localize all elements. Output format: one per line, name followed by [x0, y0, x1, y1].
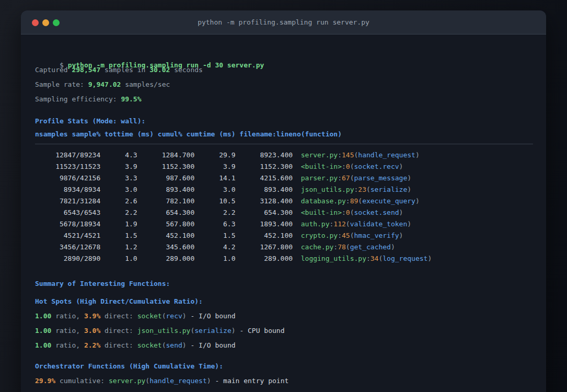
stats-title: Profile Stats (Mode: wall): [35, 114, 533, 129]
hot-spot-module: json_utils.py [137, 327, 191, 335]
maximize-button[interactable] [53, 19, 60, 26]
row-lineno: 89 [350, 197, 358, 205]
table-row: 12847/89234 4.3 1284.700 29.9 8923.400 s… [35, 149, 533, 161]
command-line: $ python -m profiling.sampling run -d 30… [35, 43, 533, 58]
table-row: 11523/11523 3.9 1152.300 3.9 1152.300 <b… [35, 161, 533, 172]
row-filename: crypto.py [301, 232, 338, 239]
terminal-content[interactable]: $ python -m profiling.sampling run -d 30… [21, 34, 546, 392]
row-function: socket.recv [354, 163, 399, 170]
table-row: 7821/31284 2.6 782.100 10.5 3128.400 dat… [35, 195, 533, 207]
title-bar: python -m profiling.sampling run server.… [21, 10, 546, 34]
hot-spot-percent: 2.2% [84, 341, 100, 349]
hot-spot-line: 1.00 ratio, 2.2% direct: socket(send) - … [35, 338, 533, 353]
orchestrator-list: 29.9% cumulative: server.py(handle_reque… [35, 374, 533, 392]
row-filename: logging_utils.py [301, 255, 366, 262]
row-filename: database.py [301, 197, 346, 205]
row-metrics: 12847/89234 4.3 1284.700 29.9 8923.400 [35, 151, 301, 159]
traffic-lights [32, 10, 60, 34]
info-line: Sample rate: 9,947.02 samples/sec [35, 77, 533, 92]
row-filename: cache.py [301, 243, 334, 251]
row-function: validate_token [350, 220, 408, 228]
row-metrics: 8934/8934 3.0 893.400 3.0 893.400 [35, 186, 301, 193]
row-filename: json_utils.py [301, 186, 354, 193]
row-filename: <built-in> [301, 209, 342, 216]
hot-spot-ratio: 1.00 [35, 312, 51, 320]
hot-spot-function: send [166, 341, 182, 349]
hot-spot-percent: 3.0% [84, 327, 100, 335]
hot-spot-line: 1.00 ratio, 3.9% direct: socket(recv) - … [35, 309, 533, 324]
row-metrics: 11523/11523 3.9 1152.300 3.9 1152.300 [35, 163, 301, 170]
hot-spot-function: serialize [194, 327, 231, 335]
row-filename: parser.py [301, 174, 338, 182]
hot-spot-module: socket [137, 312, 162, 320]
hot-spot-note: - CPU bound [236, 327, 285, 335]
close-button[interactable] [32, 19, 39, 26]
orchestrator-title: Orchestrator Functions (High Cumulative … [35, 359, 533, 374]
row-metrics: 5678/18934 1.9 567.800 6.3 1893.400 [35, 220, 301, 228]
row-metrics: 7821/31284 2.6 782.100 10.5 3128.400 [35, 197, 301, 205]
info-line: Sampling efficiency: 99.5% [35, 92, 533, 107]
row-function: socket.send [354, 209, 399, 216]
row-function: log_request [383, 255, 427, 262]
hot-spot-ratio: 1.00 [35, 327, 51, 335]
hot-spot-line: 1.00 ratio, 3.0% direct: json_utils.py(s… [35, 324, 533, 338]
row-function: execute_query [362, 197, 415, 205]
summary-title: Summary of Interesting Functions: [35, 276, 533, 291]
row-function: hmac_verify [354, 232, 399, 239]
hot-spot-module: socket [137, 341, 162, 349]
table-row: 3456/12678 1.2 345.600 4.2 1267.800 cach… [35, 241, 533, 253]
row-lineno: 34 [371, 255, 379, 262]
row-filename: <built-in> [301, 163, 342, 170]
hot-spots-list: 1.00 ratio, 3.9% direct: socket(recv) - … [35, 309, 533, 353]
row-lineno: 23 [358, 186, 366, 193]
table-row: 5678/18934 1.9 567.800 6.3 1893.400 auth… [35, 218, 533, 230]
row-metrics: 3456/12678 1.2 345.600 4.2 1267.800 [35, 243, 301, 251]
row-lineno: 145 [342, 151, 354, 159]
row-lineno: 0 [346, 163, 350, 170]
table-divider [35, 144, 533, 144]
row-metrics: 9876/42156 3.3 987.600 14.1 4215.600 [35, 174, 301, 182]
hot-spot-function: recv [166, 312, 182, 320]
window-title: python -m profiling.sampling run server.… [198, 18, 369, 26]
orchestrator-function: handle_request [149, 377, 207, 385]
row-metrics: 6543/6543 2.2 654.300 2.2 654.300 [35, 209, 301, 216]
table-row: 9876/42156 3.3 987.600 14.1 4215.600 par… [35, 172, 533, 184]
minimize-button[interactable] [42, 19, 49, 26]
orchestrator-percent: 29.9% [35, 377, 55, 385]
info-line: Captured 298,547 samples in 30.02 second… [35, 63, 533, 77]
capture-info: Captured 298,547 samples in 30.02 second… [35, 63, 533, 107]
row-lineno: 45 [342, 232, 350, 239]
hot-spots-title: Hot Spots (High Direct/Cumulative Ratio)… [35, 294, 533, 309]
row-function: parse_message [354, 174, 408, 182]
columns-header: nsamples sample% tottime (ms) cumul% cum… [35, 129, 533, 140]
hot-spot-percent: 3.9% [84, 312, 100, 320]
orchestrator-module: server.py [109, 377, 145, 385]
orchestrator-line: 29.9% cumulative: server.py(handle_reque… [35, 374, 533, 388]
row-lineno: 112 [333, 220, 345, 228]
row-lineno: 0 [346, 209, 350, 216]
table-row: 8934/8934 3.0 893.400 3.0 893.400 json_u… [35, 184, 533, 195]
row-function: handle_request [358, 151, 415, 159]
row-metrics: 2890/2890 1.0 289.000 1.0 289.000 [35, 255, 301, 262]
hot-spot-note: - I/O bound [187, 312, 236, 320]
hot-spot-note: - I/O bound [187, 341, 236, 349]
hot-spot-ratio: 1.00 [35, 341, 51, 349]
row-lineno: 78 [338, 243, 346, 251]
orchestrator-line: 14.1% cumulative: parser.py(parse_messag… [35, 388, 533, 392]
row-function: get_cached [350, 243, 391, 251]
row-metrics: 4521/4521 1.5 452.100 1.5 452.100 [35, 232, 301, 239]
row-function: serialize [371, 186, 407, 193]
terminal-window: python -m profiling.sampling run server.… [21, 10, 546, 392]
table-row: 2890/2890 1.0 289.000 1.0 289.000 loggin… [35, 253, 533, 264]
row-filename: server.py [301, 151, 338, 159]
row-filename: auth.py [301, 220, 330, 228]
table-row: 4521/4521 1.5 452.100 1.5 452.100 crypto… [35, 230, 533, 241]
orchestrator-note: - main entry point [211, 377, 289, 385]
table-row: 6543/6543 2.2 654.300 2.2 654.300 <built… [35, 207, 533, 218]
row-lineno: 67 [342, 174, 350, 182]
stats-table: 12847/89234 4.3 1284.700 29.9 8923.400 s… [35, 149, 533, 264]
